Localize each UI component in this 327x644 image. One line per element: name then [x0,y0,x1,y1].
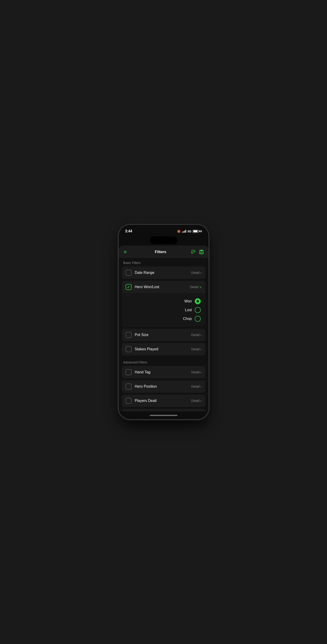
advanced-filters-label: Advanced Filters [119,357,209,366]
radio-chop[interactable] [195,316,201,322]
detail-text-pot-size: Detail [191,333,200,337]
header-actions [191,250,204,254]
radio-row-lost: Lost [127,306,201,314]
phone-frame: 3:44 🔕 5G 58 [119,225,209,419]
filter-label-date-range: Date Range [135,271,188,275]
signal-bar-1 [182,232,183,233]
filter-row-hero-position[interactable]: Hero Position Detail › [122,380,205,393]
filter-row-hero-won-lost[interactable]: ✓ Hero Won/Lost Detail ∨ [122,281,205,293]
chevron-right-icon-stakes-played: › [200,347,202,351]
chevron-right-icon-hand-tag: › [200,370,202,374]
detail-btn-pot-size[interactable]: Detail › [191,333,201,337]
radio-row-won: Won [127,297,201,306]
hero-won-lost-panel: Won Lost Chop [122,293,205,327]
radio-label-won: Won [184,299,192,303]
phone-screen: 3:44 🔕 5G 58 [119,225,209,419]
detail-text-players-dealt: Detail [191,399,200,402]
detail-btn-hero-won-lost[interactable]: Detail ∨ [190,285,202,289]
checkbox-hero-position[interactable] [126,384,132,390]
chevron-right-icon-hero-position: › [200,385,202,388]
basic-filters-label: Basic Filters [119,258,209,266]
close-button[interactable]: ✕ [123,249,131,255]
dynamic-island [150,236,177,244]
chevron-down-icon-hero-won-lost: ∨ [199,285,202,289]
app-header: ✕ Filters [119,246,209,258]
filter-label-stakes-played: Stakes Played [135,347,188,351]
checkbox-hero-won-lost[interactable]: ✓ [126,284,132,290]
radio-label-chop: Chop [183,317,192,321]
status-time: 3:44 [125,229,132,233]
svg-rect-3 [200,250,202,252]
radio-won[interactable] [195,298,201,304]
detail-text-date-range: Detail [191,271,200,274]
home-bar[interactable] [150,415,177,416]
filter-label-hand-tag: Hand Tag [135,370,188,374]
filter-row-pot-size[interactable]: Pot Size Detail › [122,329,205,341]
detail-btn-hero-position[interactable]: Detail › [191,385,201,388]
chevron-right-icon-pot-size: › [200,333,202,337]
status-bar: 3:44 🔕 5G 58 [119,225,209,236]
detail-btn-stakes-played[interactable]: Detail › [191,347,201,351]
radio-lost[interactable] [195,307,201,313]
signal-bar-2 [183,231,184,233]
app-content: ✕ Filters [119,246,209,411]
filter-label-pot-size: Pot Size [135,333,188,337]
filter-label-hero-position: Hero Position [135,384,188,388]
battery: 58 [193,230,202,233]
checkbox-stakes-played[interactable] [126,346,132,352]
chevron-right-icon-date-range: › [200,271,202,274]
header-title: Filters [155,250,166,254]
chevron-right-icon-players-dealt: › [200,399,202,402]
detail-btn-hand-tag[interactable]: Detail › [191,370,201,374]
filter-row-hand-tag[interactable]: Hand Tag Detail › [122,366,205,378]
signal-bar-3 [184,230,185,233]
signal-bars [182,230,186,233]
detail-text-hero-position: Detail [191,385,200,388]
radio-dot-won [197,300,199,302]
battery-fill [193,230,197,232]
filter-row-completed-draft[interactable]: Completed/Draft Detail › [122,409,205,411]
filter-row-stakes-played[interactable]: Stakes Played Detail › [122,343,205,356]
signal-bar-4 [185,230,186,233]
detail-btn-date-range[interactable]: Detail › [191,271,201,274]
checkbox-hand-tag[interactable] [126,369,132,375]
clear-filter-icon[interactable] [191,250,196,254]
home-indicator [119,411,209,419]
filter-row-date-range[interactable]: Date Range Detail › [122,266,205,279]
battery-percent: 58 [199,230,202,233]
detail-text-hand-tag: Detail [191,370,200,374]
checkbox-date-range[interactable] [126,270,132,276]
checkbox-pot-size[interactable] [126,332,132,338]
status-icons: 🔕 5G 58 [177,230,202,233]
detail-text-stakes-played: Detail [191,347,200,351]
radio-label-lost: Lost [185,308,192,312]
battery-icon [193,230,199,233]
detail-text-hero-won-lost: Detail [190,285,198,289]
mute-icon: 🔕 [177,230,181,233]
filter-label-hero-won-lost: Hero Won/Lost [135,285,187,289]
radio-row-chop: Chop [127,314,201,323]
detail-btn-players-dealt[interactable]: Detail › [191,399,201,402]
network-type: 5G [188,230,191,233]
filter-row-players-dealt[interactable]: Players Dealt Detail › [122,394,205,407]
save-icon[interactable] [199,250,204,254]
checkmark-icon: ✓ [127,285,130,289]
filter-label-players-dealt: Players Dealt [135,399,188,403]
checkbox-players-dealt[interactable] [126,398,132,404]
